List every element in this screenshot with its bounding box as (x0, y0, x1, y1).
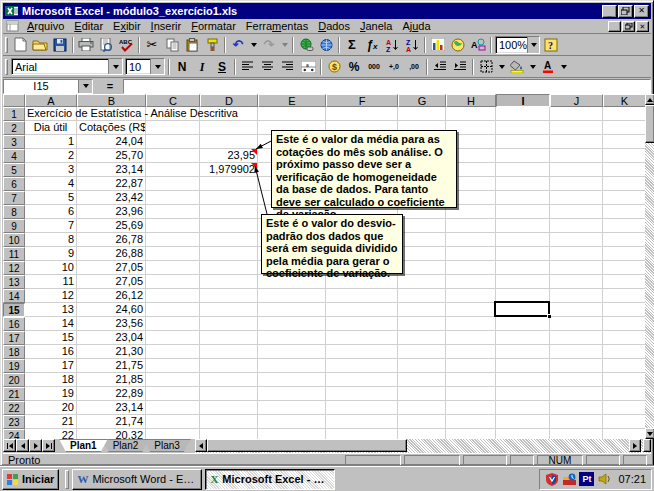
cell-D4[interactable]: 23,95 (200, 149, 257, 163)
cell-B17[interactable]: 23,04 (77, 331, 145, 345)
cell-A21[interactable]: 19 (25, 387, 76, 401)
cell-A17[interactable]: 15 (25, 331, 76, 345)
language-pt-icon[interactable]: Pt (579, 472, 594, 486)
new-document-button[interactable] (10, 35, 30, 55)
close-button[interactable]: ✕ (634, 5, 649, 18)
row-header-12[interactable]: 12 (3, 261, 25, 275)
font-name-combo[interactable]: Arial (11, 58, 123, 75)
menu-item-editar[interactable]: Editar (69, 19, 108, 33)
menu-item-ferramentas[interactable]: Ferramentas (241, 19, 313, 33)
row-header-19[interactable]: 19 (3, 359, 25, 373)
undo-dropdown[interactable] (248, 35, 259, 55)
sheet-tab-plan2[interactable]: Plan2 (102, 439, 150, 452)
cell-A23[interactable]: 21 (25, 415, 76, 429)
taskbar-word-task[interactable]: WMicrosoft Word - Estatístic... (72, 469, 202, 490)
cell-A14[interactable]: 12 (25, 289, 76, 303)
menu-item-dados[interactable]: Dados (313, 19, 355, 33)
cell-A1[interactable]: Exercício de Estatística - Análise Descr… (25, 107, 325, 121)
align-left-button[interactable] (238, 57, 258, 77)
cell-D5[interactable]: 1,979902 (200, 163, 257, 177)
row-header-17[interactable]: 17 (3, 331, 25, 345)
cell-A6[interactable]: 4 (25, 177, 76, 191)
cell-A8[interactable]: 6 (25, 205, 76, 219)
scroll-right-button[interactable] (629, 439, 641, 452)
borders-button[interactable] (476, 57, 496, 77)
cell-B24[interactable]: 20,32 (77, 429, 145, 439)
row-header-10[interactable]: 10 (3, 233, 25, 247)
cell-B14[interactable]: 26,12 (77, 289, 145, 303)
column-header-C[interactable]: C (146, 94, 200, 107)
cell-B9[interactable]: 25,69 (77, 219, 145, 233)
formula-input[interactable] (123, 79, 651, 94)
menu-item-formatar[interactable]: Formatar (186, 19, 241, 33)
cell-A12[interactable]: 10 (25, 261, 76, 275)
fill-dropdown[interactable] (527, 57, 538, 77)
edit-formula-button[interactable]: = (101, 79, 119, 93)
menu-item-arquivo[interactable]: Arquivo (22, 19, 69, 33)
horizontal-scrollbar[interactable] (195, 439, 651, 453)
italic-button[interactable]: I (192, 57, 212, 77)
size-dropdown-icon[interactable] (150, 59, 164, 74)
row-header-2[interactable]: 2 (3, 121, 25, 135)
paste-button[interactable] (182, 35, 202, 55)
cell-B3[interactable]: 24,04 (77, 135, 145, 149)
scheduler-icon[interactable] (562, 472, 576, 486)
next-sheet-button[interactable] (29, 439, 42, 452)
horizontal-scroll-thumb[interactable] (207, 439, 407, 452)
toolbar-grip[interactable] (5, 37, 8, 53)
vertical-scroll-thumb[interactable] (645, 105, 654, 143)
cell-B6[interactable]: 22,87 (77, 177, 145, 191)
cell-A4[interactable]: 2 (25, 149, 76, 163)
doc-restore-button[interactable] (622, 21, 635, 32)
cell-A11[interactable]: 9 (25, 247, 76, 261)
row-header-15[interactable]: 15 (3, 303, 25, 317)
scroll-up-button[interactable] (645, 94, 654, 105)
save-floppy-button[interactable] (50, 35, 70, 55)
zoom-combo[interactable]: 100% (495, 36, 540, 54)
row-header-7[interactable]: 7 (3, 191, 25, 205)
column-header-H[interactable]: H (446, 94, 496, 107)
cut-button[interactable]: ✂ (142, 35, 162, 55)
row-header-6[interactable]: 6 (3, 177, 25, 191)
row-header-18[interactable]: 18 (3, 345, 25, 359)
row-header-21[interactable]: 21 (3, 387, 25, 401)
row-header-5[interactable]: 5 (3, 163, 25, 177)
increase-indent-button[interactable] (450, 57, 470, 77)
row-header-4[interactable]: 4 (3, 149, 25, 163)
row-header-1[interactable]: 1 (3, 107, 25, 121)
column-header-K[interactable]: K (603, 94, 645, 107)
menu-item-inserir[interactable]: Inserir (146, 19, 187, 33)
row-header-11[interactable]: 11 (3, 247, 25, 261)
doc-close-button[interactable]: ✕ (636, 21, 649, 32)
cell-A15[interactable]: 13 (25, 303, 76, 317)
row-header-13[interactable]: 13 (3, 275, 25, 289)
sheet-tab-plan1[interactable]: Plan1 (59, 439, 108, 452)
volume-icon[interactable] (597, 472, 611, 486)
worksheet-grid[interactable]: ABCDEFGHIJK12345678910111213141516171819… (3, 94, 645, 439)
cell-B23[interactable]: 21,74 (77, 415, 145, 429)
start-button[interactable]: Iniciar (2, 469, 59, 490)
cell-A3[interactable]: 1 (25, 135, 76, 149)
percent-style-button[interactable]: % (344, 57, 364, 77)
undo-button[interactable]: ↶ (228, 35, 248, 55)
cell-A5[interactable]: 3 (25, 163, 76, 177)
scroll-left-button[interactable] (195, 439, 207, 452)
cell-B21[interactable]: 22,89 (77, 387, 145, 401)
font-dropdown-icon[interactable] (108, 59, 122, 74)
increase-decimals-button[interactable]: +,0 (384, 57, 404, 77)
font-color-button[interactable]: A (538, 57, 558, 77)
currency-style-button[interactable]: $ (324, 57, 344, 77)
doc-minimize-button[interactable]: _ (608, 21, 621, 32)
select-all-corner[interactable] (3, 94, 25, 107)
paste-function-button[interactable]: ƒx (362, 35, 382, 55)
restore-button[interactable] (618, 5, 633, 18)
cell-B8[interactable]: 23,96 (77, 205, 145, 219)
copy-button[interactable] (162, 35, 182, 55)
cell-A18[interactable]: 16 (25, 345, 76, 359)
redo-button[interactable]: ↷ (259, 35, 279, 55)
print-preview-button[interactable] (96, 35, 116, 55)
spelling-button[interactable]: ABC (116, 35, 136, 55)
first-sheet-button[interactable] (3, 439, 16, 452)
column-header-E[interactable]: E (258, 94, 326, 107)
zoom-dropdown-icon[interactable] (527, 37, 539, 53)
